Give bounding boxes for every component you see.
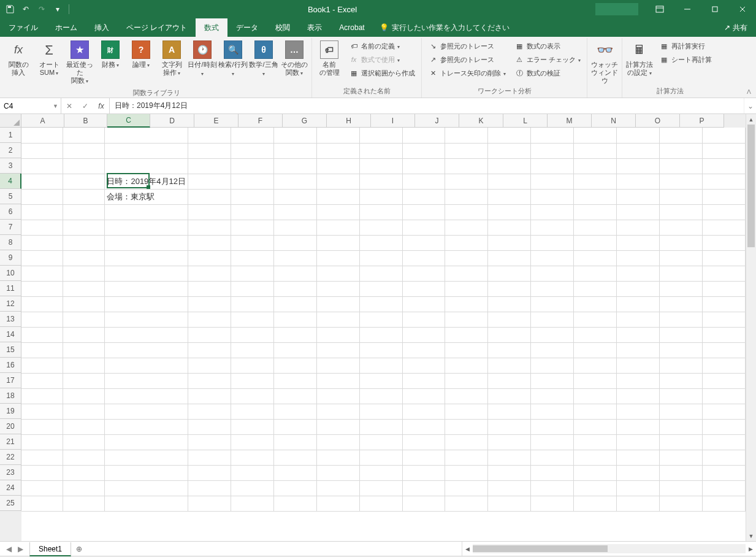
- cell-B24[interactable]: [63, 480, 105, 496]
- cell-G9[interactable]: [316, 250, 359, 266]
- cell-H5[interactable]: [359, 189, 402, 204]
- cell-C3[interactable]: [105, 158, 188, 174]
- cell-N19[interactable]: [617, 404, 660, 419]
- cell-B14[interactable]: [63, 327, 105, 342]
- define-name-button[interactable]: 🏷名前の定義: [347, 39, 417, 53]
- cell-E16[interactable]: [231, 358, 273, 373]
- row-header-8[interactable]: 8: [0, 235, 21, 250]
- cell-C19[interactable]: [105, 404, 188, 419]
- col-header-E[interactable]: E: [194, 114, 239, 128]
- cell-H6[interactable]: [359, 204, 402, 220]
- tab-データ[interactable]: データ: [227, 18, 267, 37]
- save-icon[interactable]: [5, 4, 15, 14]
- cell-E25[interactable]: [231, 496, 273, 511]
- cell-M23[interactable]: [574, 465, 617, 480]
- cell-L6[interactable]: [531, 204, 574, 220]
- more-functions-button[interactable]: …その他の 関数: [279, 39, 310, 79]
- cell-O16[interactable]: [660, 358, 703, 373]
- user-account[interactable]: [595, 3, 638, 15]
- cell-F22[interactable]: [273, 450, 316, 465]
- cell-P11[interactable]: [702, 281, 745, 296]
- cell-N22[interactable]: [617, 450, 660, 465]
- cell-B23[interactable]: [63, 465, 105, 480]
- cell-I3[interactable]: [402, 158, 445, 174]
- cell-B10[interactable]: [63, 266, 105, 281]
- cell-F1[interactable]: [273, 128, 316, 143]
- cell-M6[interactable]: [574, 204, 617, 220]
- row-header-6[interactable]: 6: [0, 204, 21, 220]
- cell-C8[interactable]: [105, 235, 188, 250]
- cell-E8[interactable]: [231, 235, 273, 250]
- cell-A9[interactable]: [21, 250, 63, 266]
- cell-B17[interactable]: [63, 373, 105, 388]
- cell-H1[interactable]: [359, 128, 402, 143]
- cell-L24[interactable]: [531, 480, 574, 496]
- cell-L7[interactable]: [531, 220, 574, 235]
- cell-E15[interactable]: [231, 342, 273, 358]
- expand-formula-bar-icon[interactable]: ⌄: [744, 98, 756, 113]
- col-header-G[interactable]: G: [283, 114, 327, 128]
- formula-input[interactable]: 日時：2019年4月12日: [110, 98, 744, 113]
- cell-E19[interactable]: [231, 404, 273, 419]
- cell-P18[interactable]: [702, 388, 745, 404]
- cell-L8[interactable]: [531, 235, 574, 250]
- cell-F20[interactable]: [273, 419, 316, 434]
- row-header-23[interactable]: 23: [0, 465, 21, 480]
- cell-N12[interactable]: [617, 296, 660, 312]
- cell-I11[interactable]: [402, 281, 445, 296]
- cell-A24[interactable]: [21, 480, 63, 496]
- cell-O5[interactable]: [660, 189, 703, 204]
- cell-L9[interactable]: [531, 250, 574, 266]
- cell-F19[interactable]: [273, 404, 316, 419]
- remove-arrows-button[interactable]: ✕トレース矢印の削除: [426, 66, 508, 80]
- recent-functions-button[interactable]: ★最近使った 関数: [64, 39, 95, 86]
- cell-F10[interactable]: [273, 266, 316, 281]
- cell-G22[interactable]: [316, 450, 359, 465]
- col-header-N[interactable]: N: [592, 114, 636, 128]
- cell-F24[interactable]: [273, 480, 316, 496]
- cell-I4[interactable]: [402, 174, 445, 189]
- cell-L2[interactable]: [531, 143, 574, 158]
- cell-I7[interactable]: [402, 220, 445, 235]
- cell-B4[interactable]: [63, 174, 105, 189]
- cell-N6[interactable]: [617, 204, 660, 220]
- row-header-2[interactable]: 2: [0, 143, 21, 158]
- cell-N10[interactable]: [617, 266, 660, 281]
- cell-E3[interactable]: [231, 158, 273, 174]
- cell-O7[interactable]: [660, 220, 703, 235]
- enter-icon[interactable]: ✓: [77, 102, 93, 110]
- tab-next-icon[interactable]: ▶: [18, 545, 23, 553]
- name-manager-button[interactable]: 🏷名前 の管理: [314, 39, 345, 78]
- cell-A7[interactable]: [21, 220, 63, 235]
- cell-K18[interactable]: [488, 388, 531, 404]
- col-header-A[interactable]: A: [21, 114, 64, 128]
- cell-P3[interactable]: [702, 158, 745, 174]
- cell-A1[interactable]: [21, 128, 63, 143]
- cell-G10[interactable]: [316, 266, 359, 281]
- cell-C11[interactable]: [105, 281, 188, 296]
- row-header-9[interactable]: 9: [0, 250, 21, 266]
- cell-D15[interactable]: [188, 342, 231, 358]
- cell-J18[interactable]: [445, 388, 488, 404]
- cell-F7[interactable]: [273, 220, 316, 235]
- cell-K20[interactable]: [488, 419, 531, 434]
- cell-H16[interactable]: [359, 358, 402, 373]
- cell-J12[interactable]: [445, 296, 488, 312]
- cell-A8[interactable]: [21, 235, 63, 250]
- cell-B6[interactable]: [63, 204, 105, 220]
- cell-D8[interactable]: [188, 235, 231, 250]
- cell-P13[interactable]: [702, 312, 745, 327]
- cell-K11[interactable]: [488, 281, 531, 296]
- cell-M16[interactable]: [574, 358, 617, 373]
- cell-H11[interactable]: [359, 281, 402, 296]
- cell-E1[interactable]: [231, 128, 273, 143]
- cell-N5[interactable]: [617, 189, 660, 204]
- cell-M9[interactable]: [574, 250, 617, 266]
- cell-E7[interactable]: [231, 220, 273, 235]
- cell-H9[interactable]: [359, 250, 402, 266]
- insert-function-button[interactable]: fx関数の 挿入: [3, 39, 34, 78]
- cell-B12[interactable]: [63, 296, 105, 312]
- col-header-B[interactable]: B: [64, 114, 107, 128]
- cell-D14[interactable]: [188, 327, 231, 342]
- cell-J9[interactable]: [445, 250, 488, 266]
